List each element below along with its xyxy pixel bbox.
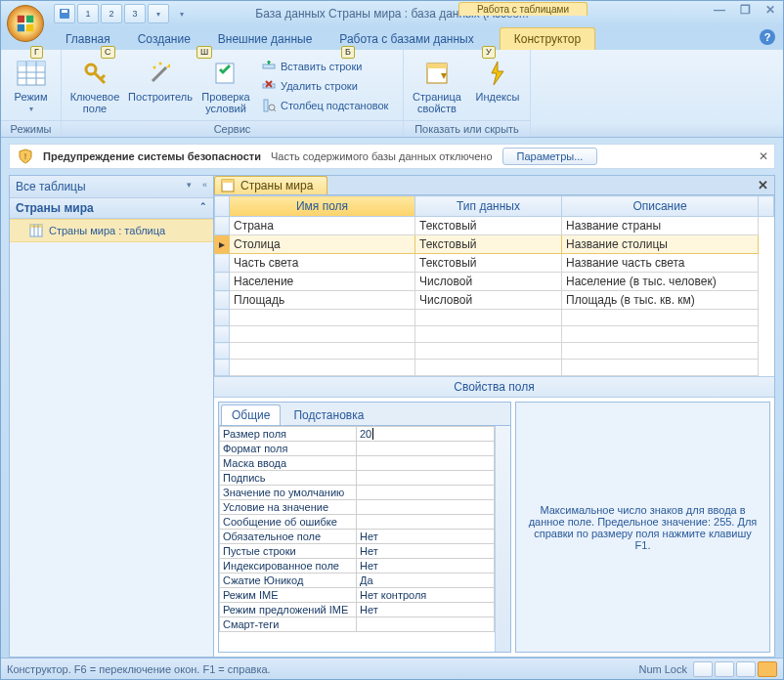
document-tab[interactable]: Страны мира bbox=[214, 176, 327, 194]
qat-undo-2[interactable]: 2 bbox=[101, 4, 122, 23]
view-design-button[interactable] bbox=[758, 661, 777, 677]
prop-value[interactable]: Нет bbox=[357, 603, 495, 617]
prop-value[interactable]: Нет bbox=[357, 530, 495, 544]
prop-value[interactable]: Нет bbox=[357, 559, 495, 574]
col-description[interactable]: Описание bbox=[562, 196, 759, 217]
row-selector[interactable]: ▸ bbox=[215, 235, 230, 254]
property-row[interactable]: Индексированное полеНет bbox=[220, 559, 495, 574]
property-row[interactable]: Сообщение об ошибке bbox=[220, 515, 495, 530]
tab-external[interactable]: Внешние данные bbox=[204, 28, 327, 50]
office-button[interactable] bbox=[7, 5, 44, 42]
table-row[interactable] bbox=[215, 310, 774, 326]
cell-fieldname[interactable] bbox=[230, 360, 415, 376]
cell-datatype[interactable] bbox=[415, 360, 562, 376]
property-row[interactable]: Смарт-теги bbox=[220, 617, 495, 632]
property-row[interactable]: Размер поля20 bbox=[220, 427, 495, 442]
row-selector[interactable] bbox=[215, 343, 230, 360]
builder-button[interactable]: Построитель bbox=[128, 54, 193, 103]
validation-button[interactable]: Проверка условий bbox=[196, 54, 255, 114]
row-selector[interactable] bbox=[215, 291, 230, 310]
cell-datatype[interactable]: Текстовый bbox=[415, 217, 562, 235]
cell-fieldname[interactable]: Столица bbox=[230, 235, 415, 254]
security-close-icon[interactable]: ✕ bbox=[759, 149, 768, 163]
cell-fieldname[interactable] bbox=[230, 326, 415, 343]
row-selector[interactable] bbox=[215, 254, 230, 273]
table-row[interactable]: ▸СтолицаТекстовыйНазвание столицы bbox=[215, 235, 774, 254]
view-datasheet-button[interactable] bbox=[693, 661, 713, 677]
property-row[interactable]: Формат поля bbox=[220, 442, 495, 456]
property-row[interactable]: Сжатие ЮникодДа bbox=[220, 574, 495, 588]
cell-fieldname[interactable]: Страна bbox=[230, 217, 415, 235]
field-grid[interactable]: Имя поля Тип данных Описание СтранаТекст… bbox=[214, 195, 774, 376]
cell-datatype[interactable] bbox=[415, 326, 562, 343]
cell-description[interactable]: Название страны bbox=[562, 217, 759, 235]
property-row[interactable]: Пустые строкиНет bbox=[220, 544, 495, 559]
close-button[interactable]: ✕ bbox=[762, 3, 779, 19]
cell-datatype[interactable]: Текстовый bbox=[415, 254, 562, 273]
prop-value[interactable] bbox=[357, 442, 495, 456]
nav-item-table[interactable]: Страны мира : таблица bbox=[10, 219, 213, 242]
cell-description[interactable] bbox=[562, 360, 759, 376]
qat-customize-icon[interactable]: ▾ bbox=[148, 4, 169, 23]
nav-header[interactable]: Все таблицы ▾ « bbox=[10, 176, 213, 198]
property-scrollbar[interactable] bbox=[495, 426, 510, 652]
primary-key-button[interactable]: Ключевое поле bbox=[65, 54, 124, 114]
qat-undo-1[interactable]: 1 bbox=[77, 4, 99, 23]
cell-description[interactable] bbox=[562, 310, 759, 326]
security-options-button[interactable]: Параметры... bbox=[502, 148, 598, 165]
cell-description[interactable]: Площадь (в тыс. кв. км) bbox=[562, 291, 759, 310]
row-selector[interactable] bbox=[215, 360, 230, 376]
cell-description[interactable]: Название столицы bbox=[562, 235, 759, 254]
row-selector[interactable] bbox=[215, 273, 230, 291]
cell-fieldname[interactable] bbox=[230, 310, 415, 326]
table-row[interactable] bbox=[215, 326, 774, 343]
table-row[interactable] bbox=[215, 360, 774, 376]
property-row[interactable]: Условие на значение bbox=[220, 500, 495, 515]
cell-description[interactable]: Название часть света bbox=[562, 254, 759, 273]
col-datatype[interactable]: Тип данных bbox=[415, 196, 562, 217]
prop-value[interactable]: Да bbox=[357, 574, 495, 588]
col-fieldname[interactable]: Имя поля bbox=[230, 196, 415, 217]
prop-value[interactable]: Нет контроля bbox=[357, 588, 495, 603]
table-row[interactable]: Часть светаТекстовыйНазвание часть света bbox=[215, 254, 774, 273]
cell-description[interactable]: Население (в тыс. человек) bbox=[562, 273, 759, 291]
cell-datatype[interactable]: Текстовый bbox=[415, 235, 562, 254]
cell-datatype[interactable] bbox=[415, 310, 562, 326]
property-sheet-button[interactable]: Страница свойств bbox=[408, 54, 466, 114]
collapse-icon[interactable]: « bbox=[202, 180, 207, 193]
minimize-button[interactable]: — bbox=[711, 3, 728, 19]
table-row[interactable] bbox=[215, 343, 774, 360]
prop-value[interactable] bbox=[357, 486, 495, 500]
cell-fieldname[interactable]: Население bbox=[230, 273, 415, 291]
qat-undo-3[interactable]: 3 bbox=[124, 4, 146, 23]
cell-description[interactable] bbox=[562, 343, 759, 360]
help-icon[interactable]: ? bbox=[760, 29, 775, 45]
proptab-general[interactable]: Общие bbox=[221, 404, 281, 425]
indexes-button[interactable]: Индексы bbox=[470, 54, 525, 103]
document-close-icon[interactable]: ✕ bbox=[752, 178, 774, 192]
view-mode-button[interactable]: Режим ▾ bbox=[5, 54, 57, 113]
property-grid[interactable]: Размер поля20Формат поляМаска вводаПодпи… bbox=[219, 426, 495, 652]
cell-datatype[interactable]: Числовой bbox=[415, 273, 562, 291]
tab-create[interactable]: Создание bbox=[124, 28, 204, 50]
row-selector[interactable] bbox=[215, 326, 230, 343]
table-row[interactable]: ПлощадьЧисловойПлощадь (в тыс. кв. км) bbox=[215, 291, 774, 310]
qat-save-icon[interactable] bbox=[54, 4, 75, 23]
view-pivotchart-button[interactable] bbox=[736, 661, 756, 677]
prop-value[interactable] bbox=[357, 617, 495, 632]
cell-datatype[interactable] bbox=[415, 343, 562, 360]
property-row[interactable]: Обязательное полеНет bbox=[220, 530, 495, 544]
cell-fieldname[interactable]: Часть света bbox=[230, 254, 415, 273]
row-selector[interactable] bbox=[215, 217, 230, 235]
cell-fieldname[interactable] bbox=[230, 343, 415, 360]
insert-rows-button[interactable]: Вставить строки bbox=[259, 58, 390, 75]
prop-value[interactable] bbox=[357, 515, 495, 530]
property-row[interactable]: Маска ввода bbox=[220, 456, 495, 471]
restore-button[interactable]: ❐ bbox=[736, 3, 754, 19]
prop-value[interactable]: Нет bbox=[357, 544, 495, 559]
lookup-column-button[interactable]: Столбец подстановок bbox=[259, 97, 390, 114]
property-row[interactable]: Режим IMEНет контроля bbox=[220, 588, 495, 603]
cell-fieldname[interactable]: Площадь bbox=[230, 291, 415, 310]
prop-value[interactable] bbox=[357, 500, 495, 515]
cell-description[interactable] bbox=[562, 326, 759, 343]
